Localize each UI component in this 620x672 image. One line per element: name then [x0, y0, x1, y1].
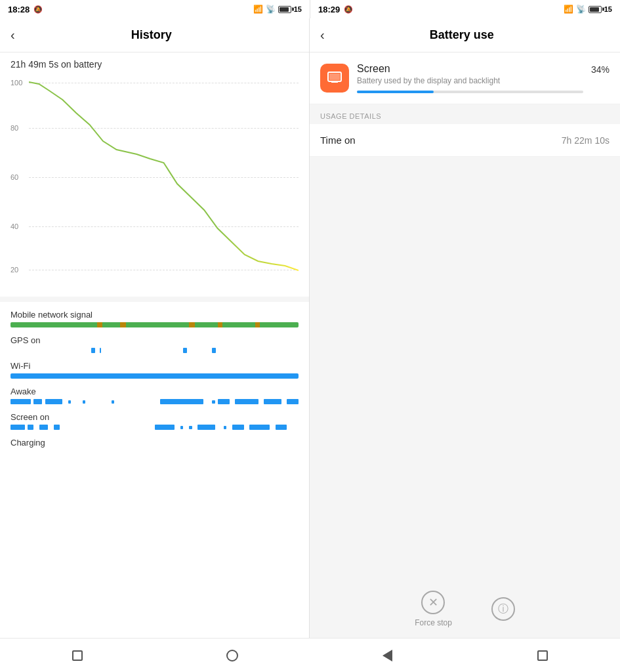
battery-duration: 21h 49m 5s on battery — [0, 52, 309, 74]
wifi-bar — [10, 373, 299, 379]
recent-apps-icon — [72, 650, 83, 661]
left-wifi-icon: 📡 — [266, 5, 276, 14]
awake-seg-7 — [160, 399, 203, 404]
gps-dot-2 — [100, 348, 101, 353]
screen-on-bar — [10, 425, 299, 430]
screen-seg-5 — [155, 425, 175, 430]
left-panel: ‹ History 21h 49m 5s on battery 100 80 6… — [0, 18, 310, 638]
right-header: ‹ Battery use — [310, 18, 620, 52]
screen-seg-8 — [197, 425, 215, 430]
left-signal-icon: 📶 — [253, 5, 263, 14]
y-label-60: 60 — [10, 173, 18, 181]
right-signal-icon: 📶 — [564, 5, 573, 14]
svg-rect-2 — [329, 74, 340, 80]
screen-seg-1 — [10, 425, 25, 430]
gps-dot-3 — [183, 348, 187, 353]
recent-apps-button[interactable] — [67, 645, 88, 666]
screen-seg-6 — [180, 426, 183, 429]
bottom-nav — [0, 638, 620, 672]
awake-label: Awake — [10, 387, 299, 396]
awake-seg-8 — [212, 400, 215, 404]
charging-label: Charging — [10, 438, 299, 448]
y-label-20: 20 — [10, 266, 18, 274]
svg-rect-1 — [331, 81, 338, 83]
right-battery-level: 15 — [604, 5, 612, 13]
awake-seg-6 — [112, 400, 114, 404]
screen-app-info: Screen Battery used by the display and b… — [357, 63, 583, 93]
mobile-signal-row: Mobile network signal — [10, 310, 299, 327]
battery-discharge-svg — [29, 79, 299, 276]
back-button[interactable] — [377, 645, 398, 666]
mobile-signal-label: Mobile network signal — [10, 310, 299, 320]
left-alarm-icon: 🔕 — [33, 5, 43, 14]
time-on-value: 7h 22m 10s — [562, 135, 610, 146]
right-battery-icon — [589, 6, 602, 13]
screen-app-progress-fill — [357, 91, 434, 93]
time-on-row: Time on 7h 22m 10s — [310, 124, 620, 157]
gps-dot-1 — [91, 348, 95, 353]
home-button[interactable] — [222, 645, 243, 666]
awake-seg-9 — [218, 399, 230, 404]
time-on-label: Time on — [320, 135, 356, 146]
battery-chart: 100 80 60 40 20 — [10, 79, 299, 276]
screen-app-desc: Battery used by the display and backligh… — [357, 76, 583, 85]
gps-bar — [10, 348, 299, 353]
right-back-button[interactable]: ‹ — [320, 28, 325, 43]
screen-seg-3 — [39, 425, 48, 430]
awake-row: Awake — [10, 387, 299, 404]
charging-bar — [10, 450, 299, 455]
right-spacer — [310, 157, 620, 580]
right-title: Battery use — [333, 28, 591, 42]
y-label-80: 80 — [10, 124, 18, 132]
awake-seg-4 — [68, 400, 71, 404]
force-stop-label: Force stop — [415, 618, 452, 627]
left-header: ‹ History — [0, 18, 309, 52]
screen-seg-2 — [28, 425, 33, 430]
right-recent-apps-button[interactable] — [532, 645, 553, 666]
awake-seg-1 — [10, 399, 31, 404]
screen-app-icon — [320, 64, 349, 93]
gps-label: GPS on — [10, 335, 299, 345]
wifi-label: Wi-Fi — [10, 361, 299, 371]
right-status-bar: 18:29 🔕 📶 📡 15 — [310, 0, 620, 18]
signal-section: Mobile network signal GPS on — [0, 302, 309, 638]
wifi-row: Wi-Fi — [10, 361, 299, 379]
awake-seg-5 — [83, 400, 85, 404]
gps-row: GPS on — [10, 335, 299, 353]
screen-seg-7 — [189, 426, 192, 429]
screen-seg-11 — [249, 425, 270, 430]
screen-on-label: Screen on — [10, 412, 299, 422]
awake-seg-10 — [235, 399, 258, 404]
right-wifi-icon: 📡 — [576, 5, 586, 14]
mobile-signal-bar — [10, 322, 299, 327]
awake-seg-2 — [33, 399, 42, 404]
left-status-bar: 18:28 🔕 📶 📡 15 — [0, 0, 310, 18]
right-recent-apps-icon — [537, 650, 548, 661]
right-panel: ‹ Battery use Screen Battery used by the… — [310, 18, 620, 638]
gps-dot-4 — [212, 348, 216, 353]
y-label-100: 100 — [10, 79, 22, 87]
left-back-button[interactable]: ‹ — [10, 28, 15, 43]
screen-on-row: Screen on — [10, 412, 299, 430]
awake-seg-11 — [264, 399, 281, 404]
info-button[interactable]: ⓘ — [491, 597, 515, 621]
left-battery-icon — [278, 6, 291, 13]
awake-bar — [10, 399, 299, 404]
screen-seg-4 — [54, 425, 60, 430]
usage-details-header: USAGE DETAILS — [310, 104, 620, 124]
awake-seg-12 — [287, 399, 299, 404]
screen-app-item: Screen Battery used by the display and b… — [310, 52, 620, 104]
right-time: 18:29 — [318, 5, 340, 14]
info-icon: ⓘ — [491, 597, 515, 621]
left-battery-level: 15 — [294, 5, 302, 13]
back-icon — [382, 650, 392, 662]
battery-chart-container: 100 80 60 40 20 — [0, 74, 309, 297]
screen-seg-10 — [232, 425, 244, 430]
screen-app-percent: 34% — [591, 64, 610, 75]
force-stop-icon: ✕ — [421, 591, 445, 614]
force-stop-area: ✕ Force stop ⓘ — [310, 580, 620, 638]
y-label-40: 40 — [10, 222, 18, 230]
force-stop-button[interactable]: ✕ Force stop — [415, 591, 452, 627]
home-icon — [226, 650, 238, 662]
screen-app-progress-bar — [357, 91, 583, 93]
